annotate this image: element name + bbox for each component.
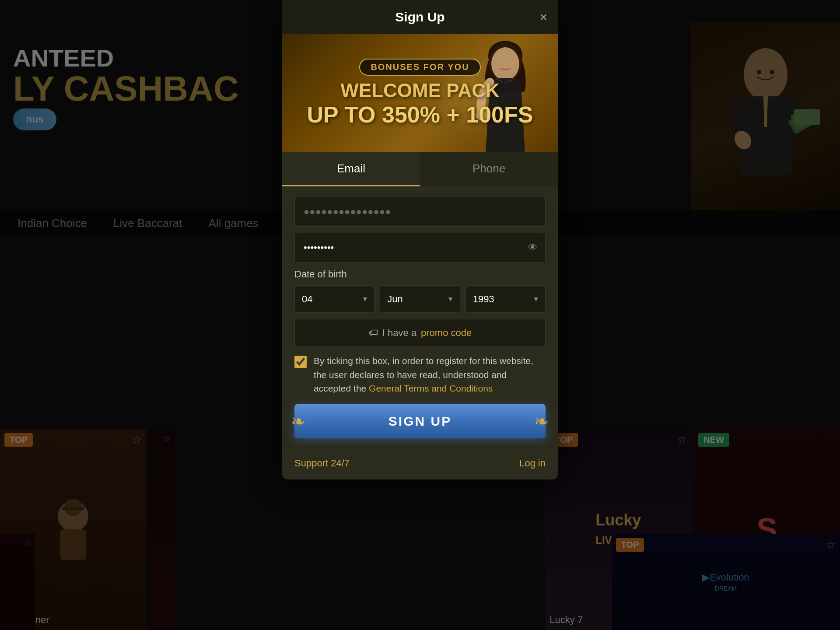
banner-content: BONUSES FOR YOU WELCOME PACK UP TO 350% … (307, 59, 533, 127)
modal-banner: BONUSES FOR YOU WELCOME PACK UP TO 350% … (282, 34, 558, 152)
terms-link[interactable]: General Terms and Conditions (369, 383, 493, 393)
promo-text: I have a (382, 327, 416, 339)
modal-close-button[interactable]: × (539, 10, 547, 24)
signup-modal: Sign Up × BONUSES FOR YOU WELCOME PACK U… (282, 0, 558, 480)
password-wrapper: 👁 (294, 233, 546, 262)
banner-amount-text: UP TO 350% + 100FS (307, 102, 533, 128)
modal-header: Sign Up × (282, 0, 558, 34)
checkbox-text: By ticking this box, in order to registe… (314, 354, 546, 396)
checkbox-row: By ticking this box, in order to registe… (294, 354, 546, 396)
support-link[interactable]: Support 24/7 (294, 458, 350, 469)
dob-year-select[interactable]: 1988198919901991 1992199319941995 199619… (466, 285, 546, 313)
modal-footer: Support 24/7 Log in (282, 458, 558, 480)
banner-welcome-text: WELCOME PACK (307, 80, 533, 101)
eye-icon[interactable]: 👁 (528, 242, 538, 253)
promo-link[interactable]: promo code (421, 327, 472, 339)
tab-email[interactable]: Email (282, 152, 420, 186)
dob-row: 01020304 05060708 09101112 13141516 1718… (294, 285, 546, 313)
login-link[interactable]: Log in (519, 458, 546, 469)
password-input[interactable] (294, 233, 546, 262)
dob-label: Date of birth (294, 269, 546, 280)
email-input[interactable] (294, 197, 546, 227)
dob-day-select[interactable]: 01020304 05060708 09101112 13141516 1718… (294, 285, 374, 313)
dob-month-select[interactable]: JanFebMarApr MayJunJulAug SepOctNovDec (380, 285, 460, 313)
dob-year-wrapper: 1988198919901991 1992199319941995 199619… (466, 285, 546, 313)
dob-month-wrapper: JanFebMarApr MayJunJulAug SepOctNovDec (380, 285, 460, 313)
modal-tabs: Email Phone (282, 152, 558, 186)
dob-day-wrapper: 01020304 05060708 09101112 13141516 1718… (294, 285, 374, 313)
btn-ornament-left: ❧ (291, 411, 306, 431)
promo-icon: 🏷 (368, 327, 378, 339)
signup-btn-wrapper: ❧ SIGN UP ❧ (294, 404, 546, 438)
terms-checkbox[interactable] (294, 356, 307, 368)
banner-bonuses-label: BONUSES FOR YOU (359, 59, 480, 76)
modal-title: Sign Up (395, 10, 444, 24)
tab-phone[interactable]: Phone (420, 152, 558, 186)
btn-ornament-right: ❧ (534, 411, 549, 431)
promo-code-row[interactable]: 🏷 I have a promo code (294, 319, 546, 347)
signup-button[interactable]: SIGN UP (294, 404, 546, 438)
modal-form: 👁 Date of birth 01020304 05060708 091011… (282, 186, 558, 458)
